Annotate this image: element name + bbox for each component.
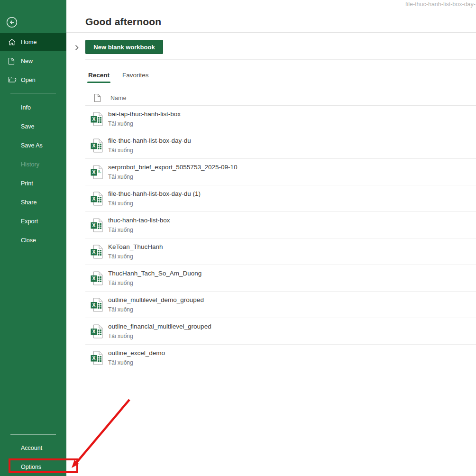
sidebar-item-account[interactable]: Account — [0, 439, 66, 458]
sidebar-item-save-as[interactable]: Save As — [0, 136, 66, 155]
file-name: KeToan_ThucHanh — [108, 243, 163, 250]
sidebar-item-label: Home — [21, 39, 37, 46]
sidebar-item-home[interactable]: Home — [0, 33, 66, 51]
svg-text:X: X — [92, 143, 95, 148]
name-column-header[interactable]: Name — [110, 95, 126, 101]
excel-workbook-file-icon: X — [91, 245, 103, 261]
file-download-status: Tải xuống — [108, 333, 133, 339]
sidebar-item-close[interactable]: Close — [0, 231, 66, 250]
sidebar-divider — [10, 434, 56, 435]
back-arrow-icon — [6, 21, 18, 29]
open-folder-icon — [8, 76, 17, 85]
sidebar-item-save[interactable]: Save — [0, 117, 66, 136]
file-list-item[interactable]: X KeToan_ThucHanh Tải xuống — [85, 238, 476, 265]
tab-recent[interactable]: Recent — [88, 72, 110, 79]
svg-text:X: X — [92, 222, 95, 228]
excel-workbook-file-icon: X — [91, 271, 103, 287]
sidebar-item-share[interactable]: Share — [0, 193, 66, 212]
excel-workbook-file-icon: X — [91, 351, 103, 367]
sidebar-item-history: History — [0, 155, 66, 174]
file-download-status: Tải xuống — [108, 359, 133, 366]
file-download-status: Tải xuống — [108, 306, 133, 313]
file-list-item[interactable]: X ThucHanh_Tach_So_Am_Duong Tải xuống — [85, 265, 476, 292]
file-download-status: Tải xuống — [108, 227, 133, 233]
svg-text:X: X — [92, 169, 95, 175]
backstage-sidebar: Home New Open Info Save Save As History … — [0, 0, 66, 476]
svg-text:X: X — [92, 275, 95, 281]
file-list-item[interactable]: X file-thuc-hanh-list-box-day-du Tải xuố… — [85, 132, 476, 159]
chevron-right-icon[interactable] — [75, 44, 79, 53]
svg-text:X: X — [92, 116, 95, 122]
sidebar-item-open[interactable]: Open — [0, 71, 66, 89]
excel-workbook-file-icon: X — [91, 112, 103, 128]
file-list-item[interactable]: X outline_multilevel_demo_grouped Tải xu… — [85, 292, 476, 318]
sidebar-item-label: Open — [21, 77, 36, 83]
excel-csv-file-icon: a,X — [91, 165, 103, 181]
file-list-item[interactable]: X file-thuc-hanh-list-box-day-du (1) Tải… — [85, 185, 476, 212]
sidebar-item-options[interactable]: Options — [0, 458, 66, 476]
new-blank-workbook-button[interactable]: New blank workbook — [85, 40, 163, 54]
sidebar-item-print[interactable]: Print — [0, 174, 66, 193]
home-icon — [8, 38, 16, 48]
recent-files-list: X bai-tap-thuc-hanh-list-box Tải xuống X… — [85, 105, 476, 371]
file-name: file-thuc-hanh-list-box-day-du — [108, 137, 191, 144]
file-name: file-thuc-hanh-list-box-day-du (1) — [108, 190, 201, 197]
greeting-title: Good afternoon — [85, 16, 161, 27]
tab-favorites[interactable]: Favorites — [122, 72, 149, 79]
file-list-item[interactable]: X outline_excel_demo Tải xuống — [85, 345, 476, 371]
sidebar-item-label: New — [21, 58, 33, 64]
active-tab-underline — [87, 82, 110, 83]
file-list-item[interactable]: X bai-tap-thuc-hanh-list-box Tải xuống — [85, 106, 476, 132]
file-download-status: Tải xuống — [108, 253, 133, 260]
back-button[interactable] — [6, 17, 18, 28]
file-download-status: Tải xuống — [108, 280, 133, 286]
sidebar-item-info[interactable]: Info — [0, 98, 66, 117]
file-download-status: Tải xuống — [108, 147, 133, 154]
excel-workbook-file-icon: X — [91, 192, 103, 208]
sidebar-divider — [10, 93, 56, 93]
file-name: outline_multilevel_demo_grouped — [108, 296, 204, 303]
file-list-item[interactable]: X thuc-hanh-tao-list-box Tải xuống — [85, 212, 476, 238]
svg-text:X: X — [92, 302, 95, 308]
file-name: ThucHanh_Tach_So_Am_Duong — [108, 270, 201, 277]
sidebar-item-export[interactable]: Export — [0, 212, 66, 231]
file-name: outline_financial_multilevel_grouped — [108, 323, 211, 330]
excel-workbook-file-icon: X — [91, 324, 103, 340]
svg-text:a,: a, — [98, 169, 101, 174]
sidebar-item-new[interactable]: New — [0, 52, 66, 70]
file-name: serprobot_brief_export_5055753_2025-09-1… — [108, 164, 237, 171]
svg-text:X: X — [92, 329, 95, 334]
svg-text:X: X — [92, 249, 95, 255]
new-document-icon — [8, 57, 15, 67]
svg-text:X: X — [92, 355, 95, 361]
file-name: thuc-hanh-tao-list-box — [108, 217, 170, 224]
button-section-divider — [85, 59, 476, 60]
excel-workbook-file-icon: X — [91, 218, 103, 234]
file-name: outline_excel_demo — [108, 349, 165, 357]
file-download-status: Tải xuống — [108, 174, 133, 180]
file-download-status: Tải xuống — [108, 120, 133, 127]
excel-workbook-file-icon: X — [91, 298, 103, 314]
window-title: file-thuc-hanh-list-box-day- — [405, 1, 476, 8]
file-list-item[interactable]: a,X serprobot_brief_export_5055753_2025-… — [85, 159, 476, 185]
file-name: bai-tap-thuc-hanh-list-box — [108, 110, 181, 118]
header-divider — [66, 32, 476, 33]
file-list-item[interactable]: X outline_financial_multilevel_grouped T… — [85, 318, 476, 345]
excel-workbook-file-icon: X — [91, 138, 103, 155]
file-type-column-icon — [94, 93, 101, 104]
file-download-status: Tải xuống — [108, 200, 133, 207]
svg-text:X: X — [92, 196, 95, 201]
